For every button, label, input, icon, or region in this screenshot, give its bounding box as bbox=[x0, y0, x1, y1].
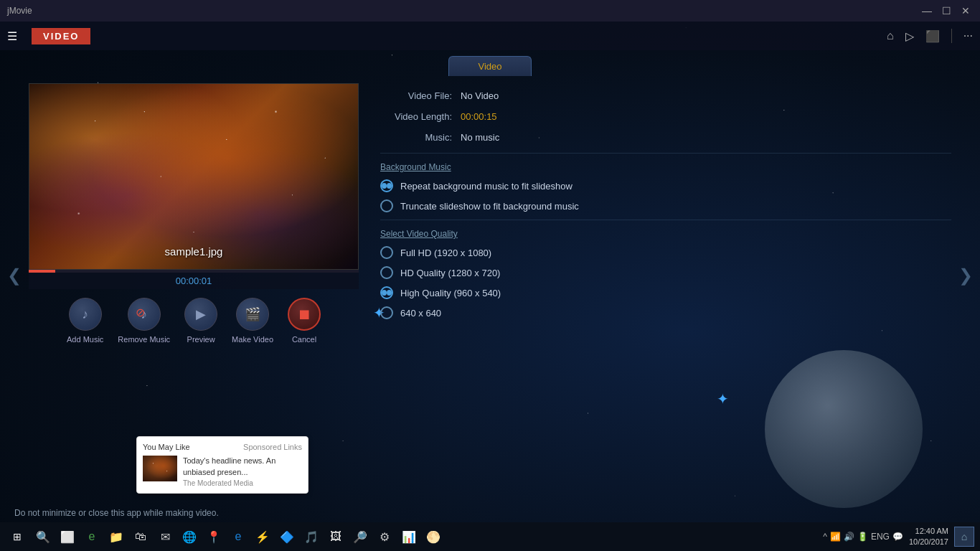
music-row: Music: No music bbox=[380, 132, 951, 143]
tray-volume[interactable]: 🔊 bbox=[844, 532, 854, 542]
taskbar-app2[interactable]: 🔷 bbox=[275, 525, 298, 548]
taskbar-app4[interactable]: 🖼 bbox=[324, 525, 347, 548]
home-icon[interactable]: ⌂ bbox=[887, 29, 894, 42]
background-music-header[interactable]: Background Music bbox=[380, 162, 951, 172]
system-tray: ^ 📶 🔊 🔋 ENG 💬 bbox=[823, 532, 903, 542]
taskbar-explorer[interactable]: 📁 bbox=[105, 525, 128, 548]
progress-fill bbox=[29, 270, 55, 273]
taskbar: ⊞ 🔍 ⬜ e 📁 🛍 ✉ 🌐 📍 e ⚡ 🔷 🎵 🖼 🔎 ⚙ 📊 🌕 ^ 📶 … bbox=[0, 522, 980, 551]
taskbar-mail[interactable]: ✉ bbox=[154, 525, 176, 548]
tooltip-body: Today's headline news. An unbiased prese… bbox=[143, 456, 302, 487]
video-panel: sample1.jpg 00:00:01 ♪ Add Music ♪ ⊘ Rem… bbox=[29, 83, 359, 486]
video-filename-label: sample1.jpg bbox=[165, 245, 223, 258]
play-icon[interactable]: ▷ bbox=[905, 29, 914, 43]
taskbar-edge[interactable]: e bbox=[80, 525, 103, 548]
progress-bar[interactable] bbox=[29, 270, 359, 273]
music-value: No music bbox=[461, 132, 499, 143]
taskbar-settings[interactable]: ⚙ bbox=[373, 525, 396, 548]
taskbar-store[interactable]: 🛍 bbox=[129, 525, 152, 548]
minimize-button[interactable]: — bbox=[919, 5, 935, 17]
taskbar-app5[interactable]: 📊 bbox=[397, 525, 420, 548]
tab-video[interactable]: Video bbox=[448, 56, 531, 76]
640-label: 640 x 640 bbox=[400, 308, 441, 319]
close-button[interactable]: ✕ bbox=[958, 5, 973, 17]
add-music-icon: ♪ bbox=[69, 298, 102, 331]
show-desktop-button[interactable]: ⌂ bbox=[954, 527, 974, 547]
taskbar-ie[interactable]: e bbox=[227, 525, 250, 548]
tab-bar: Video bbox=[0, 50, 980, 76]
add-music-button[interactable]: ♪ Add Music bbox=[67, 298, 103, 344]
taskbar-maps[interactable]: 📍 bbox=[202, 525, 225, 548]
taskbar-magnifier[interactable]: 🔎 bbox=[349, 525, 372, 548]
video-timestamp: 00:00:01 bbox=[29, 273, 359, 289]
fullhd-label: Full HD (1920 x 1080) bbox=[400, 248, 491, 258]
music-label: Music: bbox=[380, 132, 452, 143]
taskbar-right: ^ 📶 🔊 🔋 ENG 💬 12:40 AM 10/20/2017 ⌂ bbox=[823, 526, 974, 548]
video-length-value: 00:00:15 bbox=[461, 111, 497, 122]
more-options-icon[interactable]: ··· bbox=[963, 29, 973, 42]
640-option[interactable]: 640 x 640 bbox=[380, 306, 951, 319]
menubar-right: ⌂ ▷ ⬛ ··· bbox=[887, 29, 973, 43]
start-button[interactable]: ⊞ bbox=[6, 525, 29, 548]
hd-radio[interactable] bbox=[380, 266, 393, 279]
repeat-music-radio[interactable] bbox=[380, 179, 393, 192]
tray-chevron[interactable]: ^ bbox=[823, 532, 827, 542]
truncate-option[interactable]: Truncate slideshow to fit background mus… bbox=[380, 199, 951, 212]
hd-option[interactable]: HD Quality (1280 x 720) bbox=[380, 266, 951, 279]
app-mode-label: VIDEO bbox=[32, 28, 90, 44]
highquality-option[interactable]: High Quality (960 x 540) bbox=[380, 286, 951, 299]
truncate-radio[interactable] bbox=[380, 199, 393, 212]
taskbar-chrome[interactable]: 🌐 bbox=[178, 525, 201, 548]
video-length-label: Video Length: bbox=[380, 111, 452, 122]
tray-lang[interactable]: ENG bbox=[871, 532, 890, 542]
tray-notif[interactable]: 💬 bbox=[892, 532, 903, 542]
taskbar-icons: 🔍 ⬜ e 📁 🛍 ✉ 🌐 📍 e ⚡ 🔷 🎵 🖼 🔎 ⚙ 📊 🌕 bbox=[32, 525, 445, 548]
make-video-icon: 🎬 bbox=[236, 298, 269, 331]
fullhd-option[interactable]: Full HD (1920 x 1080) bbox=[380, 246, 951, 259]
taskbar-app6[interactable]: 🌕 bbox=[422, 525, 445, 548]
stars-overlay bbox=[29, 84, 358, 269]
remove-music-button[interactable]: ♪ ⊘ Remove Music bbox=[118, 298, 170, 344]
menubar-divider bbox=[951, 29, 952, 43]
hd-label: HD Quality (1280 x 720) bbox=[400, 268, 500, 278]
clock: 12:40 AM 10/20/2017 bbox=[909, 526, 948, 548]
cancel-button[interactable]: ⏹ Cancel bbox=[288, 298, 321, 344]
controls-row: ♪ Add Music ♪ ⊘ Remove Music ▶ Preview 🎬… bbox=[29, 298, 359, 344]
tooltip-source: The Moderated Media bbox=[183, 479, 302, 487]
video-preview: sample1.jpg bbox=[29, 83, 359, 270]
tooltip-title: You May Like bbox=[143, 443, 190, 451]
nav-arrow-left[interactable]: ❮ bbox=[7, 265, 22, 286]
make-video-button[interactable]: 🎬 Make Video bbox=[232, 298, 273, 344]
status-bar: Do not minimize or close this app while … bbox=[0, 504, 980, 522]
taskbar-search[interactable]: 🔍 bbox=[32, 525, 55, 548]
taskbar-vs[interactable]: ⚡ bbox=[251, 525, 274, 548]
preview-icon: ▶ bbox=[184, 298, 217, 331]
640-radio[interactable] bbox=[380, 306, 393, 319]
hamburger-menu[interactable]: ☰ bbox=[7, 29, 17, 43]
divider-1 bbox=[380, 153, 951, 154]
taskbar-cortana[interactable]: ⬜ bbox=[56, 525, 79, 548]
video-quality-header[interactable]: Select Video Quality bbox=[380, 229, 951, 239]
tooltip-image bbox=[143, 456, 177, 481]
fullhd-radio[interactable] bbox=[380, 246, 393, 259]
status-message: Do not minimize or close this app while … bbox=[14, 508, 219, 518]
tray-network[interactable]: 📶 bbox=[830, 532, 841, 542]
tooltip-text: Today's headline news. An unbiased prese… bbox=[183, 456, 302, 487]
menubar: ☰ VIDEO ⌂ ▷ ⬛ ··· bbox=[0, 22, 980, 50]
maximize-button[interactable]: ☐ bbox=[939, 5, 954, 17]
repeat-music-option[interactable]: Repeat background music to fit slideshow bbox=[380, 179, 951, 192]
tooltip-popup: You May Like Sponsored Links Today's hea… bbox=[136, 436, 308, 494]
video-file-value: No Video bbox=[461, 90, 499, 101]
highquality-radio[interactable] bbox=[380, 286, 393, 299]
taskbar-app3[interactable]: 🎵 bbox=[300, 525, 323, 548]
truncate-label: Truncate slideshow to fit background mus… bbox=[400, 201, 579, 212]
nav-arrow-right[interactable]: ❯ bbox=[958, 265, 973, 286]
tray-battery[interactable]: 🔋 bbox=[857, 532, 868, 542]
window-controls: — ☐ ✕ bbox=[919, 5, 973, 17]
record-icon[interactable]: ⬛ bbox=[925, 29, 940, 43]
divider-2 bbox=[380, 220, 951, 220]
preview-button[interactable]: ▶ Preview bbox=[184, 298, 217, 344]
cancel-icon: ⏹ bbox=[288, 298, 321, 331]
app-title: jMovie bbox=[7, 6, 32, 16]
main-content: sample1.jpg 00:00:01 ♪ Add Music ♪ ⊘ Rem… bbox=[0, 76, 980, 494]
